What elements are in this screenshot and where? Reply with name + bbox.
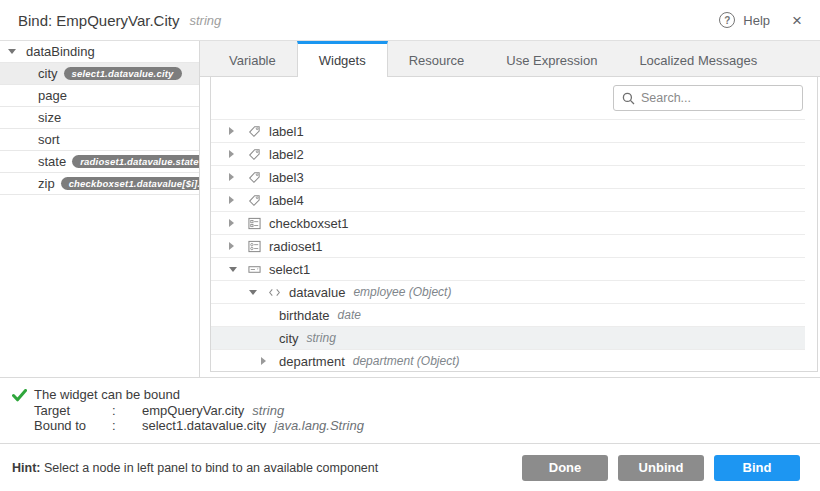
widget-row-label3[interactable]: label3 bbox=[211, 165, 805, 188]
widget-type: department (Object) bbox=[353, 354, 460, 368]
search-icon bbox=[622, 92, 635, 105]
widget-row-city[interactable]: city string bbox=[211, 326, 805, 349]
tree-node-sort[interactable]: sort bbox=[0, 129, 199, 151]
tree-node-label: sort bbox=[38, 132, 60, 147]
tab-use-expression[interactable]: Use Expression bbox=[485, 41, 618, 76]
widget-name: birthdate bbox=[279, 308, 330, 323]
checkboxset-icon bbox=[247, 216, 261, 230]
binding-badge: select1.datavalue.city bbox=[64, 67, 182, 81]
tree-node-label: zip bbox=[38, 176, 55, 191]
widget-tree-container: label1 label2 bbox=[210, 77, 818, 372]
search-input[interactable] bbox=[641, 91, 794, 105]
binding-badge: checkboxset1.datavalue[$i].zip bbox=[61, 177, 200, 191]
tag-icon bbox=[247, 193, 261, 207]
tree-node-label: state bbox=[38, 154, 66, 169]
status-boundto-value: select1.datavalue.city bbox=[142, 418, 266, 434]
status-target-row: Target : empQueryVar.city string bbox=[34, 403, 364, 419]
dialog-footer: Hint: Select a node in left panel to bin… bbox=[0, 443, 820, 491]
radioset-icon bbox=[247, 239, 261, 253]
widget-row-label2[interactable]: label2 bbox=[211, 142, 805, 165]
widget-row-label4[interactable]: label4 bbox=[211, 188, 805, 211]
widget-name: label2 bbox=[269, 147, 304, 162]
check-icon bbox=[12, 387, 34, 443]
caret-right-icon[interactable] bbox=[229, 242, 234, 250]
select-icon bbox=[247, 262, 261, 276]
widget-row-radioset1[interactable]: radioset1 bbox=[211, 234, 805, 257]
tree-node-page[interactable]: page bbox=[0, 85, 199, 107]
done-button[interactable]: Done bbox=[522, 455, 608, 481]
tree-node-label: dataBinding bbox=[26, 44, 95, 59]
caret-right-icon[interactable] bbox=[229, 219, 234, 227]
status-boundto-type: java.lang.String bbox=[274, 418, 364, 434]
tree-node-databinding[interactable]: dataBinding bbox=[0, 41, 199, 63]
status-target-type: string bbox=[252, 403, 284, 419]
widget-type: employee (Object) bbox=[353, 285, 451, 299]
code-icon bbox=[267, 285, 281, 299]
widget-type: string bbox=[307, 331, 336, 345]
tree-node-label: city bbox=[38, 66, 58, 81]
tab-variable[interactable]: Variable bbox=[208, 41, 297, 76]
tree-node-state[interactable]: state radioset1.datavalue.state bbox=[0, 151, 199, 173]
widget-row-label1[interactable]: label1 bbox=[211, 119, 805, 142]
tab-widgets[interactable]: Widgets bbox=[297, 41, 388, 77]
widget-row-department[interactable]: department department (Object) bbox=[211, 349, 805, 371]
binding-badge: radioset1.datavalue.state bbox=[72, 155, 200, 169]
tag-icon bbox=[247, 124, 261, 138]
dialog-title: Bind: EmpQueryVar.City bbox=[18, 12, 179, 29]
caret-right-icon[interactable] bbox=[229, 150, 234, 158]
widget-name: label3 bbox=[269, 170, 304, 185]
help-link[interactable]: Help bbox=[743, 13, 770, 28]
widget-name: select1 bbox=[269, 262, 310, 277]
tree-node-label: page bbox=[38, 88, 67, 103]
status-target-label: Target bbox=[34, 403, 112, 419]
widget-name: checkboxset1 bbox=[269, 216, 349, 231]
caret-down-icon[interactable] bbox=[249, 290, 257, 295]
tree-node-size[interactable]: size bbox=[0, 107, 199, 129]
bind-dialog: Bind: EmpQueryVar.City string ? Help × d… bbox=[0, 0, 820, 491]
search-row bbox=[211, 77, 817, 119]
unbind-button[interactable]: Unbind bbox=[618, 455, 704, 481]
widget-row-datavalue[interactable]: datavalue employee (Object) bbox=[211, 280, 805, 303]
caret-down-icon[interactable] bbox=[8, 49, 16, 54]
help-icon[interactable]: ? bbox=[719, 12, 735, 28]
widget-name: radioset1 bbox=[269, 239, 322, 254]
tag-icon bbox=[247, 147, 261, 161]
status-message: The widget can be bound bbox=[34, 387, 364, 403]
widget-name: label4 bbox=[269, 193, 304, 208]
caret-right-icon[interactable] bbox=[229, 173, 234, 181]
widget-row-birthdate[interactable]: birthdate date bbox=[211, 303, 805, 326]
tree-node-zip[interactable]: zip checkboxset1.datavalue[$i].zip bbox=[0, 173, 199, 195]
caret-right-icon[interactable] bbox=[261, 357, 266, 365]
tree-node-city[interactable]: city select1.datavalue.city bbox=[0, 63, 199, 85]
tree-node-label: size bbox=[38, 110, 61, 125]
status-target-value: empQueryVar.city bbox=[142, 403, 244, 419]
bind-status: The widget can be bound Target : empQuer… bbox=[0, 377, 820, 443]
tab-localized-messages[interactable]: Localized Messages bbox=[618, 41, 778, 76]
caret-right-icon[interactable] bbox=[229, 127, 234, 135]
tab-resource[interactable]: Resource bbox=[388, 41, 486, 76]
tab-bar: Variable Widgets Resource Use Expression… bbox=[200, 41, 820, 77]
hint-label: Hint: bbox=[12, 461, 40, 475]
hint-body: Select a node in left panel to bind to a… bbox=[40, 461, 378, 475]
widget-name: city bbox=[279, 331, 299, 346]
dialog-title-type: string bbox=[189, 13, 221, 28]
search-box[interactable] bbox=[613, 85, 803, 111]
caret-down-icon[interactable] bbox=[229, 267, 237, 272]
caret-right-icon[interactable] bbox=[229, 196, 234, 204]
variable-tree-panel: dataBinding city select1.datavalue.city … bbox=[0, 41, 200, 377]
widget-row-checkboxset1[interactable]: checkboxset1 bbox=[211, 211, 805, 234]
status-colon: : bbox=[112, 403, 142, 419]
hint-text: Hint: Select a node in left panel to bin… bbox=[12, 461, 378, 475]
status-boundto-label: Bound to bbox=[34, 418, 112, 434]
widget-tree: label1 label2 bbox=[211, 119, 817, 371]
widgets-tab-content: label1 label2 bbox=[200, 77, 820, 377]
widget-row-select1[interactable]: select1 bbox=[211, 257, 805, 280]
bind-source-panel: Variable Widgets Resource Use Expression… bbox=[200, 41, 820, 377]
dialog-body: dataBinding city select1.datavalue.city … bbox=[0, 41, 820, 377]
tag-icon bbox=[247, 170, 261, 184]
bind-button[interactable]: Bind bbox=[714, 455, 800, 481]
dialog-header: Bind: EmpQueryVar.City string ? Help × bbox=[0, 0, 820, 41]
status-boundto-row: Bound to : select1.datavalue.city java.l… bbox=[34, 418, 364, 434]
widget-name: department bbox=[279, 354, 345, 369]
close-icon[interactable]: × bbox=[792, 12, 802, 29]
